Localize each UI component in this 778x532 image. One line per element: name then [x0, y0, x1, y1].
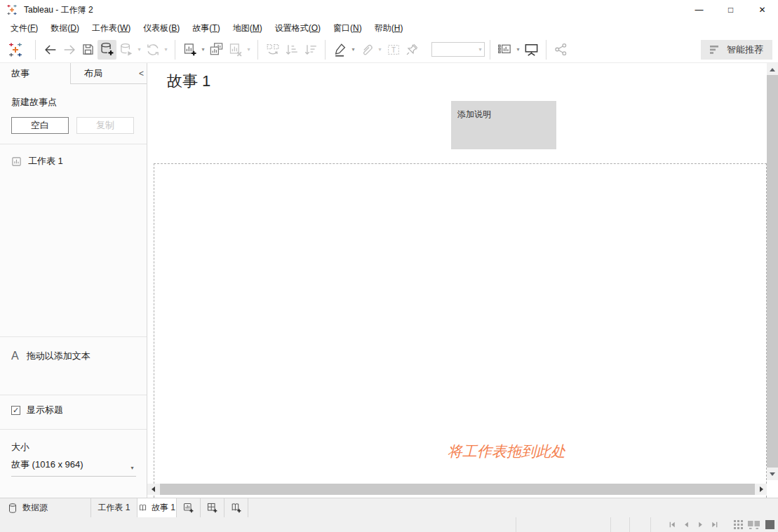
new-dashboard-tab-button[interactable]: [201, 498, 224, 517]
redo-button: [60, 40, 79, 60]
duplicate-icon: [208, 41, 224, 57]
scroll-up-icon: [770, 68, 775, 71]
menu-format[interactable]: 设置格式(O): [269, 20, 327, 36]
scroll-right-button[interactable]: [756, 484, 767, 495]
toolbar-separator: [35, 40, 36, 60]
vertical-scrollbar-thumb[interactable]: [767, 75, 778, 468]
clear-sheet-button: [226, 40, 245, 60]
new-dashboard-tab-icon: [206, 502, 218, 514]
status-bar: [0, 517, 778, 532]
menu-file-pre: 文件(: [11, 23, 30, 33]
menu-data[interactable]: 数据(D): [44, 20, 86, 36]
story-book-icon: [138, 503, 147, 512]
run-update-caret-icon: ▾: [162, 46, 170, 53]
first-sheet-button: [667, 520, 677, 530]
show-filmstrip-button[interactable]: [747, 520, 760, 530]
pause-auto-updates-caret-icon: ▾: [135, 46, 143, 53]
menu-story-pre: 故事(: [192, 23, 212, 33]
new-data-source-button[interactable]: [98, 40, 116, 60]
show-title-checkbox[interactable]: ✓: [11, 406, 20, 415]
swap-icon: [265, 42, 281, 57]
tableau-logo-icon: [7, 41, 24, 58]
maximize-button[interactable]: □: [715, 0, 746, 20]
menu-format-post: ): [318, 23, 321, 33]
vertical-scrollbar[interactable]: [767, 63, 778, 480]
clear-sheet-caret-icon: ▾: [245, 46, 253, 53]
tab-data-source[interactable]: 数据源: [0, 498, 91, 517]
menu-story[interactable]: 故事(T): [186, 20, 226, 36]
check-icon: ✓: [13, 406, 19, 415]
menu-map[interactable]: 地图(M): [227, 20, 269, 36]
toolbar-separator: [257, 40, 258, 60]
menu-help-pre: 帮助(: [375, 23, 394, 33]
show-me-button[interactable]: 智能推荐: [701, 40, 772, 60]
collapse-pane-button[interactable]: <: [136, 63, 147, 84]
size-dropdown[interactable]: 故事 (1016 x 964) ▾: [11, 458, 136, 477]
tab-worksheet-1-label: 工作表 1: [98, 502, 130, 514]
show-sheet-sorter-button[interactable]: [733, 520, 743, 530]
highlight-button[interactable]: [330, 40, 349, 60]
show-cards-caret-icon[interactable]: ▾: [514, 46, 522, 53]
worksheet-list-item[interactable]: 工作表 1: [11, 155, 63, 168]
scroll-down-icon: [770, 472, 775, 476]
group-members-caret-icon: ▾: [376, 46, 384, 53]
status-divider: [650, 517, 651, 532]
undo-button[interactable]: [41, 40, 60, 60]
new-worksheet-tab-button[interactable]: [177, 498, 201, 517]
swap-rows-columns-button: [263, 40, 282, 60]
next-sheet-button: [695, 520, 705, 530]
menu-help[interactable]: 帮助(H): [368, 20, 410, 36]
first-sheet-icon: [669, 521, 676, 528]
status-divider: [516, 517, 516, 532]
menu-worksheet[interactable]: 工作表(W): [86, 20, 137, 36]
tab-layout[interactable]: 布局: [70, 63, 136, 84]
tableau-home-button[interactable]: [6, 40, 25, 60]
new-story-point-label: 新建故事点: [11, 96, 57, 109]
tab-story[interactable]: 故事: [0, 63, 70, 84]
scroll-left-button[interactable]: [147, 484, 159, 495]
show-cards-icon: [497, 41, 513, 57]
worksheet-item-label: 工作表 1: [28, 155, 63, 168]
menu-dashboard[interactable]: 仪表板(B): [137, 20, 186, 36]
new-worksheet-caret-icon[interactable]: ▾: [199, 46, 207, 53]
filmstrip-icon: [748, 520, 760, 529]
menu-story-key: T: [212, 23, 217, 33]
previous-sheet-icon: [683, 521, 690, 528]
story-pane: 故事 布局 < 新建故事点 空白 复制 工作表 1 A 拖动以添加文本 ✓ 显示…: [0, 63, 147, 498]
drag-text-item[interactable]: A 拖动以添加文本: [11, 350, 90, 362]
blank-story-point-button[interactable]: 空白: [11, 117, 69, 134]
scroll-down-button[interactable]: [767, 468, 778, 479]
show-hide-cards-button[interactable]: [495, 40, 514, 60]
story-caption-box[interactable]: 添加说明: [451, 101, 556, 149]
tab-story-1[interactable]: 故事 1: [138, 498, 177, 517]
new-worksheet-icon: [182, 42, 198, 57]
scroll-up-button[interactable]: [767, 64, 778, 75]
presentation-mode-button[interactable]: [522, 40, 541, 60]
next-sheet-icon: [697, 521, 704, 528]
highlight-icon: [333, 42, 348, 57]
close-button[interactable]: ✕: [746, 0, 778, 20]
sort-descending-icon: [303, 42, 318, 57]
tab-worksheet-1[interactable]: 工作表 1: [91, 498, 138, 517]
show-tabs-button[interactable]: [764, 520, 775, 530]
horizontal-scrollbar[interactable]: [147, 484, 767, 495]
drag-text-label: 拖动以添加文本: [27, 350, 90, 362]
save-button[interactable]: [79, 40, 98, 60]
paperclip-icon: [359, 42, 375, 57]
highlight-caret-icon[interactable]: ▾: [349, 46, 357, 53]
story-title[interactable]: 故事 1: [167, 71, 210, 92]
menu-window-post: ): [359, 23, 362, 33]
horizontal-scrollbar-thumb[interactable]: [160, 484, 755, 495]
size-label: 大小: [11, 441, 29, 453]
duplicate-story-point-button: 复制: [76, 117, 134, 134]
menu-window[interactable]: 窗口(N): [327, 20, 368, 36]
pin-icon: [405, 42, 420, 57]
toolbar: ▾ ▾ ▾ ▾: [0, 36, 778, 63]
new-data-source-icon: [99, 41, 115, 57]
new-story-tab-button[interactable]: [224, 498, 248, 517]
new-worksheet-button[interactable]: [180, 40, 199, 60]
minimize-button[interactable]: —: [683, 0, 715, 20]
menu-worksheet-pre: 工作表(: [92, 23, 120, 33]
duplicate-sheet-button[interactable]: [207, 40, 226, 60]
menu-file[interactable]: 文件(F): [4, 20, 44, 36]
